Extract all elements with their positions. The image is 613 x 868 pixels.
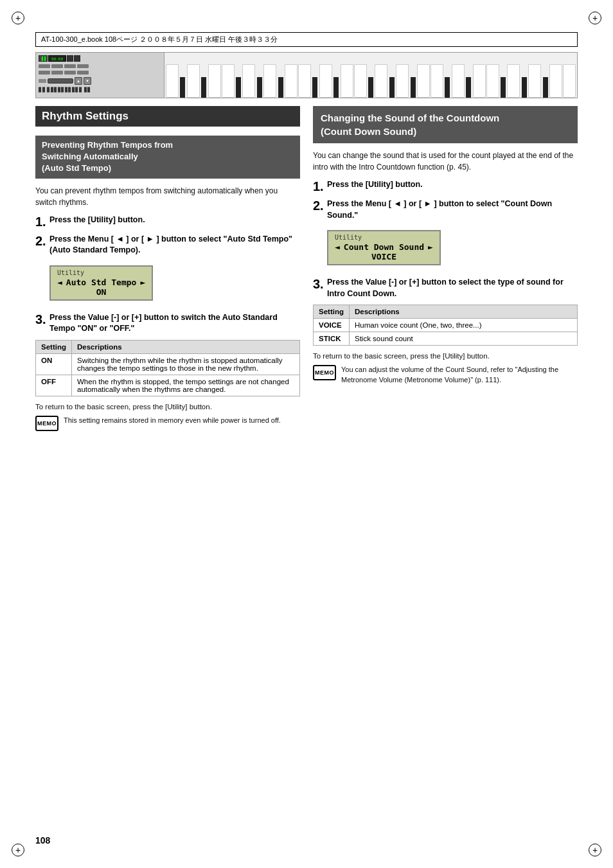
keyboard-image: ▐▐ 00:00: [35, 52, 578, 98]
left-desc-off: When the rhythm is stopped, the tempo se…: [71, 375, 299, 396]
registration-mark-br: [589, 844, 601, 856]
right-lcd-content: ◄ Count Down Sound ►: [335, 242, 433, 252]
right-setting-voice: VOICE: [314, 319, 350, 332]
right-lcd-arrow-right: ►: [428, 242, 433, 252]
left-lcd-row2: ON: [57, 287, 145, 297]
left-step-1-num: 1.: [35, 215, 49, 229]
subsection-title: Preventing Rhythm Tempos fromSwitching A…: [35, 136, 300, 179]
right-lcd-display: Utility ◄ Count Down Sound ► VOICE: [327, 230, 441, 265]
main-content: Rhythm Settings Preventing Rhythm Tempos…: [35, 106, 578, 435]
registration-mark-bl: [12, 844, 24, 856]
right-step-2-num: 2.: [313, 199, 327, 213]
left-step-3: 3. Press the Value [-] or [+] button to …: [35, 312, 300, 335]
right-step-1: 1. Press the [Utility] button.: [313, 179, 578, 193]
right-body-text: You can change the sound that is used fo…: [313, 150, 578, 173]
left-lcd-arrow-right: ►: [140, 278, 145, 287]
right-memo-icon-text: MEMO: [315, 369, 334, 376]
left-step-2: 2. Press the Menu [ ◄ ] or [ ► ] button …: [35, 234, 300, 256]
right-step-1-num: 1.: [313, 179, 327, 193]
right-table-header-desc: Descriptions: [349, 305, 577, 319]
right-step-3-num: 3.: [313, 277, 327, 291]
table-row: STICK Stick sound count: [314, 332, 578, 346]
left-setting-on: ON: [36, 353, 72, 375]
right-lcd-value: VOICE: [371, 252, 396, 261]
right-desc-voice: Human voice count (One, two, three...): [349, 319, 577, 332]
left-lcd-title: Utility: [57, 269, 145, 276]
right-step-1-text: Press the [Utility] button.: [327, 179, 578, 191]
left-step-3-num: 3.: [35, 312, 49, 326]
table-row: ON Switching the rhythm while the rhythm…: [36, 353, 300, 375]
left-lcd-content: ◄ Auto Std Tempo ►: [57, 278, 145, 287]
left-lcd-value: ON: [96, 287, 107, 297]
left-lcd-arrow-left: ◄: [57, 278, 62, 287]
section-title: Rhythm Settings: [35, 106, 300, 127]
table-row: OFF When the rhythm is stopped, the temp…: [36, 375, 300, 396]
left-memo-icon: MEMO: [35, 416, 58, 431]
left-desc-on: Switching the rhythm while the rhythm is…: [71, 353, 299, 375]
right-column: Changing the Sound of the Countdown(Coun…: [313, 106, 578, 435]
left-column: Rhythm Settings Preventing Rhythm Tempos…: [35, 106, 300, 435]
table-row: VOICE Human voice count (One, two, three…: [314, 319, 578, 332]
right-lcd-main: Count Down Sound: [344, 242, 424, 252]
left-memo-icon-text: MEMO: [37, 420, 57, 427]
left-step-1-text: Press the [Utility] button.: [49, 215, 300, 226]
registration-mark-tl: [12, 12, 24, 24]
header-bar: AT-100-300_e.book 108ページ ２００８年５月７日 水曜日 午…: [35, 32, 578, 47]
right-step-3: 3. Press the Value [-] or [+] button to …: [313, 277, 578, 299]
left-lcd-main: Auto Std Tempo: [66, 278, 137, 287]
registration-mark-tr: [589, 12, 601, 24]
right-desc-stick: Stick sound count: [349, 332, 577, 346]
left-settings-table: Setting Descriptions ON Switching the rh…: [35, 340, 300, 396]
right-section-title: Changing the Sound of the Countdown(Coun…: [313, 106, 578, 143]
left-body-text: You can prevent rhythm tempos from switc…: [35, 185, 300, 208]
left-memo-text: This setting remains stored in memory ev…: [64, 416, 281, 426]
right-step-2-text: Press the Menu [ ◄ ] or [ ► ] button to …: [327, 199, 578, 221]
right-table-header-setting: Setting: [314, 305, 350, 319]
left-table-header-desc: Descriptions: [71, 340, 299, 353]
left-step-3-text: Press the Value [-] or [+] button to swi…: [49, 312, 300, 335]
right-lcd-title: Utility: [335, 234, 433, 241]
right-lcd-arrow-left: ◄: [335, 242, 340, 252]
left-step-2-text: Press the Menu [ ◄ ] or [ ► ] button to …: [49, 234, 300, 256]
right-lcd-row2: VOICE: [335, 252, 433, 261]
left-table-header-setting: Setting: [36, 340, 72, 353]
right-memo-box: MEMO You can adjust the volume of the Co…: [313, 365, 578, 385]
right-memo-icon: MEMO: [313, 365, 336, 380]
right-step-2: 2. Press the Menu [ ◄ ] or [ ► ] button …: [313, 199, 578, 221]
right-memo-text: You can adjust the volume of the Count S…: [341, 365, 578, 385]
right-settings-table: Setting Descriptions VOICE Human voice c…: [313, 305, 578, 346]
left-return-note: To return to the basic screen, press the…: [35, 403, 300, 411]
right-step-3-text: Press the Value [-] or [+] button to sel…: [327, 277, 578, 299]
right-return-note: To return to the basic screen, press the…: [313, 352, 578, 360]
page-number: 108: [35, 835, 50, 846]
left-setting-off: OFF: [36, 375, 72, 396]
right-setting-stick: STICK: [314, 332, 350, 346]
left-lcd-display: Utility ◄ Auto Std Tempo ► ON: [49, 265, 153, 301]
left-step-2-num: 2.: [35, 234, 49, 248]
left-memo-box: MEMO This setting remains stored in memo…: [35, 416, 300, 431]
left-step-1: 1. Press the [Utility] button.: [35, 215, 300, 229]
file-info: AT-100-300_e.book 108ページ ２００８年５月７日 水曜日 午…: [41, 35, 278, 44]
